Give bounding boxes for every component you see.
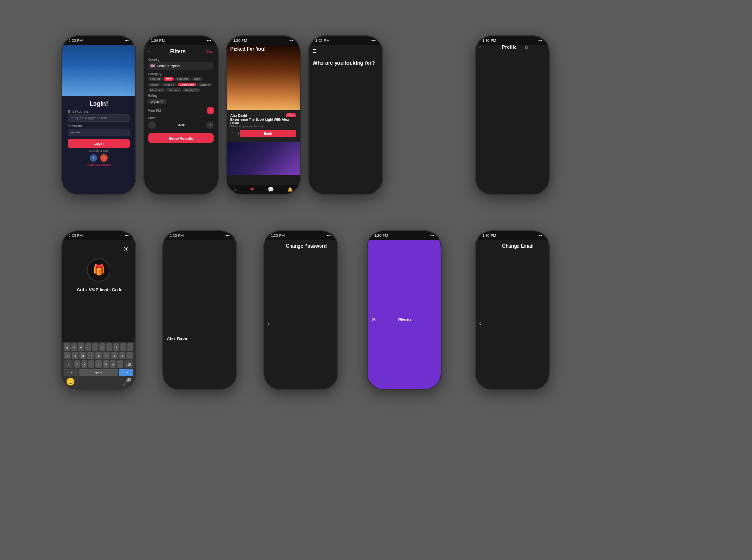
tag-athletes[interactable]: Athletes bbox=[162, 83, 177, 86]
action-row: ♡ ↑ Book bbox=[230, 130, 296, 137]
key-e[interactable]: e bbox=[78, 343, 84, 351]
key-n[interactable]: n bbox=[110, 360, 116, 368]
key-u[interactable]: u bbox=[106, 343, 112, 351]
close-button[interactable]: ✕ bbox=[123, 245, 135, 389]
tag-actors[interactable]: Actors bbox=[148, 83, 161, 86]
phone-change-password: 1:20 PM ▪▪▪ ‹ Change Password 🔑 New Pass… bbox=[263, 230, 338, 390]
login-title: Login! bbox=[68, 100, 130, 107]
country-label: Country bbox=[148, 58, 214, 61]
key-t[interactable]: t bbox=[92, 343, 98, 351]
time-ce: 1:20 PM bbox=[482, 233, 496, 238]
google-button[interactable]: G bbox=[100, 154, 108, 162]
facebook-button[interactable]: f bbox=[90, 154, 97, 162]
signal-menu: ▪▪▪ bbox=[430, 233, 434, 238]
menu-icon[interactable]: ☰ bbox=[313, 48, 382, 194]
price-minus[interactable]: − bbox=[148, 121, 156, 129]
change-email-screen: ‹ Change Email ✉️ Current Email info@bd3… bbox=[476, 240, 549, 389]
key-x[interactable]: x bbox=[81, 360, 87, 368]
tag-popular[interactable]: Popular bbox=[148, 77, 163, 81]
artist-name-row: Alex David Online bbox=[167, 336, 236, 389]
key-b[interactable]: b bbox=[103, 360, 109, 368]
tag-dancers[interactable]: Dancers bbox=[166, 88, 181, 92]
key-i[interactable]: i bbox=[113, 343, 119, 351]
password-input[interactable]: •••••••• bbox=[68, 129, 130, 136]
key-123[interactable]: 123 bbox=[64, 369, 78, 376]
free-dm-checkbox[interactable]: ✓ bbox=[207, 107, 214, 114]
signal-artist: ▪▪▪ bbox=[226, 233, 230, 238]
tags-row-1: Popular New Featured More bbox=[148, 77, 214, 81]
signal-ce: ▪▪▪ bbox=[538, 233, 542, 238]
book-button[interactable]: Book bbox=[240, 130, 296, 137]
tag-comedians[interactable]: Comedians bbox=[178, 83, 196, 86]
tags-row-3: Musicians Dancers Reality TV bbox=[148, 88, 214, 92]
email-label: Email Address bbox=[68, 110, 130, 113]
email-input[interactable]: info@bd360@gmail.com bbox=[68, 114, 130, 122]
flag-icon: 🇬🇧 bbox=[150, 64, 155, 68]
status-bar-profile: 1:20 PM ▪▪▪ bbox=[476, 36, 549, 45]
login-button[interactable]: Login bbox=[68, 139, 130, 148]
login-content: Login! Email Address info@bd360@gmail.co… bbox=[62, 96, 135, 170]
bottom-nav: ⌂ ❤ 💬 🔔 bbox=[227, 185, 300, 194]
menu-title: Menu bbox=[398, 317, 412, 322]
back-arrow-profile[interactable]: ‹ bbox=[479, 45, 502, 194]
tag-gamers[interactable]: Gamers bbox=[197, 83, 212, 86]
chat-tab[interactable]: 💬 bbox=[268, 187, 274, 192]
tag-musicians[interactable]: Musicians bbox=[148, 88, 165, 92]
key-z[interactable]: z bbox=[74, 360, 80, 368]
key-j[interactable]: j bbox=[111, 352, 118, 359]
key-w[interactable]: w bbox=[71, 343, 77, 351]
key-s[interactable]: s bbox=[72, 352, 79, 359]
tag-more[interactable]: More bbox=[192, 77, 203, 81]
picked-screen: Picked For You! Alex David Online Experi… bbox=[227, 45, 300, 194]
key-y[interactable]: y bbox=[99, 343, 105, 351]
ce-title: Change Email bbox=[481, 243, 549, 389]
status-bar-search: 1:20 PM ▪▪▪ bbox=[309, 36, 382, 45]
key-q[interactable]: q bbox=[64, 343, 70, 351]
key-m[interactable]: m bbox=[117, 360, 123, 368]
key-shift[interactable]: ⇧ bbox=[64, 360, 73, 368]
clear-button[interactable]: Clear bbox=[206, 50, 214, 53]
key-d[interactable]: d bbox=[79, 352, 86, 359]
status-bar-login: 1:20 PM ▪▪▪ bbox=[62, 36, 135, 45]
profile-header: ‹ Profile ⚙ bbox=[476, 45, 549, 194]
key-g[interactable]: g bbox=[95, 352, 102, 359]
icon-row: ♡ ↑ bbox=[230, 131, 240, 136]
key-space[interactable]: space bbox=[79, 369, 118, 376]
key-f[interactable]: f bbox=[87, 352, 94, 359]
phone-picked: 1:20 PM ▪▪▪ Picked For You! Alex David O… bbox=[226, 35, 301, 195]
time-profile: 1:20 PM bbox=[482, 39, 496, 43]
key-r[interactable]: r bbox=[85, 343, 91, 351]
price-value: $600 bbox=[177, 123, 185, 127]
card-image bbox=[227, 45, 300, 110]
tag-reality-tv[interactable]: Reality TV bbox=[182, 88, 200, 92]
country-selector[interactable]: 🇬🇧 United Kingdom ▾ bbox=[148, 62, 214, 70]
show-results-button[interactable]: Show Results bbox=[148, 133, 214, 143]
emoji-key[interactable]: 😊 bbox=[66, 377, 75, 386]
tag-new[interactable]: New bbox=[164, 77, 174, 81]
home-tab[interactable]: ⌂ bbox=[234, 187, 236, 192]
password-label: Password bbox=[68, 124, 130, 128]
key-a[interactable]: a bbox=[64, 352, 71, 359]
heart-icon[interactable]: ♡ bbox=[230, 131, 235, 136]
signal-cp: ▪▪▪ bbox=[327, 233, 331, 238]
profile-screen: ‹ Profile ⚙ Tiana Rosser Must go faster.… bbox=[476, 45, 549, 194]
menu-header: ✕ Menu bbox=[368, 240, 441, 389]
price-plus[interactable]: + bbox=[206, 121, 214, 129]
rating-clear[interactable]: ✕ bbox=[161, 100, 164, 103]
time-search: 1:20 PM bbox=[315, 39, 329, 43]
key-h[interactable]: h bbox=[103, 352, 110, 359]
heart-tab[interactable]: ❤ bbox=[250, 187, 254, 192]
create-account-link[interactable]: Create new account! bbox=[68, 163, 130, 166]
bell-tab[interactable]: 🔔 bbox=[287, 187, 293, 192]
back-arrow[interactable]: ‹ bbox=[148, 49, 149, 54]
tag-featured[interactable]: Featured bbox=[175, 77, 191, 81]
status-bar-cp: 1:20 PM ▪▪▪ bbox=[264, 231, 337, 240]
key-c[interactable]: c bbox=[88, 360, 94, 368]
close-menu[interactable]: ✕ bbox=[371, 316, 376, 323]
time-login: 1:20 PM bbox=[69, 39, 83, 43]
signal-invite: ▪▪▪ bbox=[125, 233, 129, 238]
key-v[interactable]: v bbox=[95, 360, 102, 368]
cp-header: ‹ Change Password bbox=[268, 243, 337, 389]
gear-icon[interactable]: ⚙ bbox=[525, 45, 547, 194]
category-label: Category bbox=[148, 72, 214, 76]
